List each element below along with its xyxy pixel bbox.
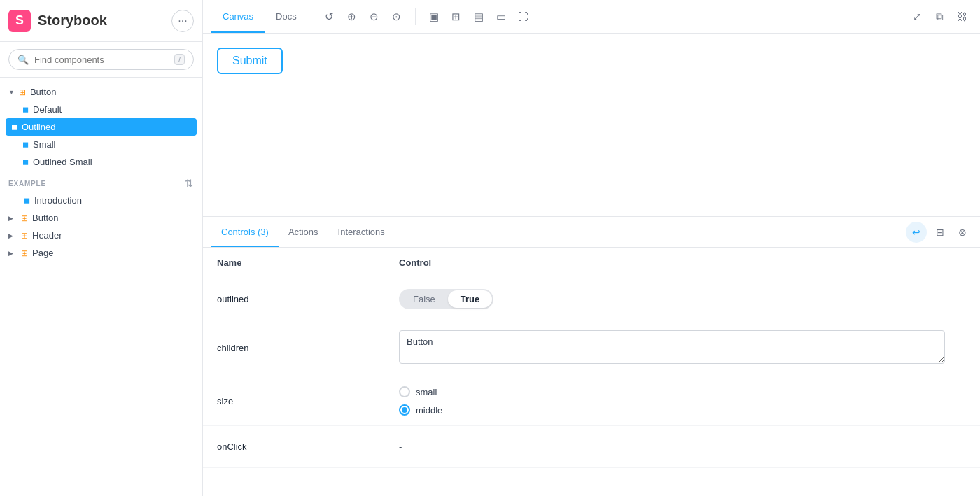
link-icon-btn[interactable]: ⛓ — [952, 7, 972, 27]
sidebar: S Storybook ··· 🔍 / ▼ ⊞ Button ◼ Default… — [0, 0, 203, 496]
zoom-reset-icon-btn[interactable]: ⊙ — [387, 7, 407, 27]
sidebar-item-header-label: Header — [32, 230, 62, 241]
fullscreen-icon-btn[interactable]: ⤢ — [907, 7, 927, 27]
story-icon: ◼ — [22, 105, 29, 114]
sidebar-item-intro-label: Introduction — [34, 195, 82, 206]
sidebar-item-outlined[interactable]: ◼ Outlined — [6, 118, 197, 136]
panel-close-icon-btn[interactable]: ⊗ — [953, 223, 972, 241]
control-row-outlined: outlined False True — [203, 278, 980, 320]
tab-interactions[interactable]: Interactions — [328, 218, 395, 247]
panel-tab-right: ↩ ⊟ ⊗ — [906, 222, 972, 243]
brand-icon: S — [8, 10, 31, 32]
chevron-down-icon: ▼ — [8, 89, 15, 96]
panel-tabs: Controls (3) Actions Interactions ↩ ⊟ ⊗ — [203, 217, 980, 248]
zoom-in-icon-btn[interactable]: ⊕ — [342, 7, 362, 27]
section-example: EXAMPLE ⇅ — [0, 171, 202, 192]
brand: S Storybook — [8, 10, 107, 32]
control-row-size: size small middle — [203, 376, 980, 426]
search-icon: 🔍 — [18, 55, 29, 65]
children-textarea[interactable] — [399, 330, 945, 364]
radio-circle-middle — [399, 404, 410, 416]
sidebar-item-outlined-small[interactable]: ◼ Outlined Small — [0, 153, 202, 171]
sidebar-item-header-group[interactable]: ▶ ⊞ Header — [0, 227, 202, 244]
tab-controls[interactable]: Controls (3) — [211, 218, 279, 247]
sidebar-header: S Storybook ··· — [0, 0, 202, 42]
external-icon-btn[interactable]: ⧉ — [930, 7, 949, 27]
sidebar-item-default[interactable]: ◼ Default — [0, 101, 202, 118]
story-icon-active: ◼ — [11, 122, 18, 132]
story-icon-small: ◼ — [22, 140, 29, 149]
slash-badge: / — [174, 54, 185, 65]
toolbar-right: ⤢ ⧉ ⛓ — [907, 7, 972, 27]
radio-label-small: small — [416, 387, 437, 397]
viewport-icon-btn[interactable]: ▭ — [491, 7, 511, 27]
sidebar-item-outlined-label: Outlined — [22, 122, 55, 132]
toggle-true[interactable]: True — [448, 290, 492, 308]
control-row-children: children — [203, 320, 980, 376]
grid-icon-btn[interactable]: ⊞ — [447, 7, 466, 27]
toggle-false[interactable]: False — [400, 290, 448, 308]
zoom-out-icon-btn[interactable]: ⊖ — [365, 7, 384, 27]
comp-icon-header: ⊞ — [21, 231, 28, 241]
sidebar-item-button-label: Button — [32, 213, 59, 223]
control-name-onclick: onClick — [217, 441, 399, 452]
control-name-size: size — [217, 396, 399, 406]
brand-name: Storybook — [38, 13, 107, 29]
search-input[interactable] — [34, 55, 169, 65]
story-icon-outlined-small: ◼ — [22, 157, 29, 166]
intro-story-icon: ◼ — [24, 196, 30, 205]
control-value-onclick: - — [399, 441, 966, 452]
sidebar-item-small-label: Small — [33, 139, 56, 150]
more-button[interactable]: ··· — [172, 10, 194, 32]
sidebar-item-outlined-small-label: Outlined Small — [33, 157, 92, 167]
control-name-children: children — [217, 343, 399, 353]
tree-group-button[interactable]: ▼ ⊞ Button — [0, 83, 202, 101]
preview-submit-button[interactable]: Submit — [217, 48, 283, 74]
component-icon: ⊞ — [19, 87, 26, 97]
expand-icon: ▶ — [8, 215, 17, 222]
control-row-onclick: onClick - — [203, 426, 980, 468]
sidebar-item-default-label: Default — [33, 104, 62, 115]
sidebar-item-page-label: Page — [32, 248, 53, 258]
toolbar-icons: ↺ ⊕ ⊖ ⊙ ▣ ⊞ ▤ ▭ ⛶ — [320, 7, 533, 27]
control-value-size: small middle — [399, 386, 966, 416]
comp-icon-page: ⊞ — [21, 248, 28, 258]
sidebar-item-button-group[interactable]: ▶ ⊞ Button — [0, 209, 202, 227]
control-name-outlined: outlined — [217, 294, 399, 304]
tab-canvas[interactable]: Canvas — [211, 1, 265, 33]
sidebar-item-page-group[interactable]: ▶ ⊞ Page — [0, 244, 202, 262]
radio-group-size: small middle — [399, 386, 966, 416]
main-content: Canvas Docs ↺ ⊕ ⊖ ⊙ ▣ ⊞ ▤ ▭ ⛶ ⤢ ⧉ ⛓ Subm… — [203, 0, 980, 496]
tab-docs[interactable]: Docs — [265, 1, 308, 33]
toolbar-divider-2 — [415, 8, 416, 25]
toolbar: Canvas Docs ↺ ⊕ ⊖ ⊙ ▣ ⊞ ▤ ▭ ⛶ ⤢ ⧉ ⛓ — [203, 0, 980, 34]
crop-icon-btn[interactable]: ⛶ — [514, 7, 533, 27]
refresh-icon-btn[interactable]: ↺ — [320, 7, 340, 27]
sidebar-item-introduction[interactable]: ◼ Introduction — [0, 192, 202, 209]
col-control-header: Control — [399, 257, 966, 268]
search-container: 🔍 / — [0, 42, 202, 78]
radio-item-middle[interactable]: middle — [399, 404, 966, 416]
toggle-group-outlined: False True — [399, 289, 493, 309]
search-box[interactable]: 🔍 / — [8, 49, 194, 70]
radio-item-small[interactable]: small — [399, 386, 966, 397]
panel-layout-icon-btn[interactable]: ⊟ — [931, 223, 949, 241]
comp-icon: ⊞ — [21, 213, 28, 223]
tab-actions[interactable]: Actions — [279, 218, 328, 247]
onclick-dash-value: - — [399, 441, 402, 452]
expand-icon-header: ▶ — [8, 232, 17, 239]
radio-label-middle: middle — [416, 405, 442, 416]
tree-group-button-label: Button — [30, 87, 57, 97]
section-example-label: EXAMPLE — [8, 180, 46, 187]
sidebar-icon-btn[interactable]: ▤ — [469, 7, 489, 27]
section-collapse-icon[interactable]: ⇅ — [185, 178, 194, 189]
brand-letter: S — [15, 13, 24, 28]
radio-circle-small — [399, 386, 410, 397]
canvas-area: Submit — [203, 34, 980, 216]
control-value-outlined: False True — [399, 289, 966, 309]
sidebar-item-small[interactable]: ◼ Small — [0, 136, 202, 153]
tab-divider — [314, 8, 314, 25]
reset-controls-button[interactable]: ↩ — [906, 222, 927, 243]
col-name-header: Name — [217, 257, 399, 268]
image-icon-btn[interactable]: ▣ — [424, 7, 444, 27]
